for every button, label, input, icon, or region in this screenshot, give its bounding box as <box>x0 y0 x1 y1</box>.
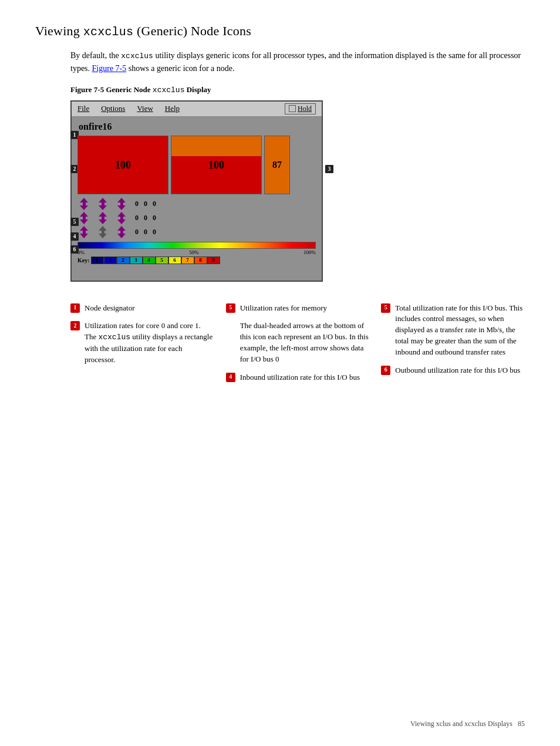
io-val-2: 0 0 0 <box>135 214 156 222</box>
callout-num-6: 6 <box>381 366 390 375</box>
callout-text-6: Outbound utilization rate for this I/O b… <box>395 365 520 376</box>
hold-button[interactable]: Hold <box>285 103 316 114</box>
callout-item-io-desc: The dual-headed arrows at the bottom of … <box>226 320 370 364</box>
menu-options[interactable]: Options <box>101 104 125 113</box>
callout-badge-4: 4 <box>70 232 79 241</box>
xcx-window: File Options View Help Hold onfire16 100 <box>70 100 323 282</box>
menu-file[interactable]: File <box>77 104 89 113</box>
io-arrow-7 <box>77 226 90 238</box>
io-arrow-3 <box>115 198 128 210</box>
callout-text-io: The dual-headed arrows at the bottom of … <box>240 320 370 364</box>
pct-100: 100% <box>303 249 316 255</box>
callout-num-5b: 5 <box>381 303 390 313</box>
callout-item-5a: 5 Utilization rates for memory <box>226 303 370 314</box>
page-title: Viewing xcxclus (Generic) Node Icons <box>35 23 525 39</box>
core-1-top <box>171 136 261 156</box>
intro-end: shows a generic icon for a node. <box>126 64 234 73</box>
core-0-label: 100 <box>78 158 168 171</box>
io-arrow-2 <box>96 198 109 210</box>
io-arrow-9 <box>115 226 128 238</box>
io-bus-row-3: 0 0 0 <box>77 226 316 238</box>
callout-text-5a: Utilization rates for memory <box>240 303 327 314</box>
io-arrow-5 <box>96 212 109 224</box>
callout-item-5b: 5 Total utilization rate for this I/O bu… <box>381 303 525 358</box>
intro-text: By default, the <box>70 51 121 60</box>
hold-label: Hold <box>298 104 312 113</box>
key-8: 8 <box>194 256 207 264</box>
io-val-3: 0 0 0 <box>135 228 156 237</box>
key-strip: Key: 0 1 2 3 4 5 6 7 8 9 <box>77 256 316 264</box>
caption-suffix: Display <box>184 85 211 94</box>
core-1-bar: 100 <box>171 136 262 194</box>
percent-labels: 0% 50% 100% <box>77 249 316 255</box>
title-code: xcxclus <box>83 25 134 39</box>
intro-paragraph: By default, the xcxclus utility displays… <box>70 49 525 75</box>
io-arrow-4 <box>77 212 90 224</box>
key-2: 2 <box>117 256 130 264</box>
node-name: onfire16 <box>79 121 316 132</box>
callout-item-4: 4 Inbound utilization rate for this I/O … <box>226 372 370 383</box>
io-arrow-1 <box>77 198 90 210</box>
callout-col-1: 1 Node designator 2 Utilization rates fo… <box>70 303 214 383</box>
title-suffix: (Generic) Node Icons <box>133 23 251 38</box>
key-9: 9 <box>207 256 220 264</box>
menu-bar: File Options View Help Hold <box>72 102 322 117</box>
right-panel: 87 <box>264 136 290 194</box>
caption-prefix: Figure 7-5 Generic Node <box>70 85 153 94</box>
io-arrow-6 <box>115 212 128 224</box>
hold-icon <box>289 105 296 112</box>
footer-page: 85 <box>518 720 525 728</box>
right-value: 87 <box>272 160 282 170</box>
figure-container: 1 2 3 4 5 6 File Options View Help Hold … <box>70 100 323 282</box>
io-bus-row-2: 0 0 0 <box>77 212 316 224</box>
callout-text-5b: Total utilization rate for this I/O bus.… <box>395 303 525 358</box>
figure-caption: Figure 7-5 Generic Node xcxclus Display <box>70 85 525 94</box>
pct-50: 50% <box>189 249 199 255</box>
io-arrow-8 <box>96 226 109 238</box>
caption-code: xcxclus <box>153 86 185 94</box>
io-bus-row-1: 0 0 0 <box>77 198 316 210</box>
callout-item-2: 2 Utilization rates for core 0 and core … <box>70 320 214 365</box>
key-0: 0 <box>91 256 104 264</box>
callout-text-2: Utilization rates for core 0 and core 1.… <box>85 320 214 365</box>
io-buses: 0 0 0 0 0 <box>77 198 316 238</box>
callout-col-3: 5 Total utilization rate for this I/O bu… <box>381 303 525 383</box>
key-1: 1 <box>104 256 117 264</box>
figure-link[interactable]: Figure 7-5 <box>92 64 127 73</box>
footer-text: Viewing xclus and xcxclus Displays <box>410 720 512 728</box>
key-4: 4 <box>143 256 156 264</box>
callout-item-6: 6 Outbound utilization rate for this I/O… <box>381 365 525 376</box>
callout-item-1: 1 Node designator <box>70 303 214 314</box>
title-text: Viewing <box>35 23 83 38</box>
callout-num-1: 1 <box>70 303 80 313</box>
bottom-spacer <box>77 264 316 275</box>
callout-text-1: Node designator <box>85 303 135 314</box>
callout-num-2: 2 <box>70 321 80 330</box>
intro-code: xcxclus <box>121 52 153 60</box>
menu-help[interactable]: Help <box>165 104 180 113</box>
core-1-label: 100 <box>171 158 261 171</box>
callout-num-4: 4 <box>226 373 235 382</box>
window-body: onfire16 100 100 <box>72 117 322 281</box>
key-7: 7 <box>181 256 194 264</box>
key-label: Key: <box>77 257 90 264</box>
core-0-bar: 100 <box>77 136 168 194</box>
callout-badge-3: 3 <box>325 165 333 173</box>
callout-text-4: Inbound utilization rate for this I/O bu… <box>240 372 360 383</box>
page-footer: Viewing xclus and xcxclus Displays 85 <box>410 720 525 728</box>
scale-gradient <box>77 242 316 249</box>
key-3: 3 <box>130 256 143 264</box>
callout-badge-6: 6 <box>70 245 79 254</box>
callout-num-5a: 5 <box>226 303 235 313</box>
callout-badge-5: 5 <box>70 218 79 226</box>
callout-section: 1 Node designator 2 Utilization rates fo… <box>70 303 525 383</box>
io-val-1: 0 0 0 <box>135 200 156 208</box>
key-5: 5 <box>156 256 168 264</box>
callout-col-2: 5 Utilization rates for memory The dual-… <box>226 303 370 383</box>
scale-area: 0% 50% 100% Key: 0 1 2 3 4 5 6 7 8 9 <box>77 242 316 264</box>
key-6: 6 <box>168 256 181 264</box>
menu-view[interactable]: View <box>137 104 153 113</box>
